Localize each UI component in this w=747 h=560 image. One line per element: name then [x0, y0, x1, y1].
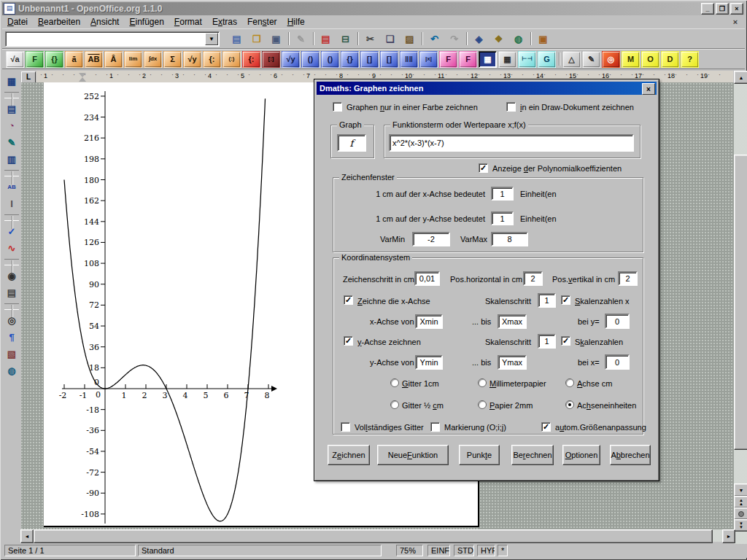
checkbox-autosize[interactable]: ✓	[541, 422, 551, 432]
menu-item-bearbeiten[interactable]: Bearbeiten	[33, 16, 85, 28]
close-button[interactable]: ×	[730, 3, 743, 15]
sqrt-a-icon[interactable]: √a	[6, 51, 24, 68]
x-from-field[interactable]: Xmin	[415, 314, 443, 329]
dialog-title-bar[interactable]: Dmaths: Graphen zeichnen ×	[317, 82, 657, 95]
scroll-left-icon[interactable]: ◄	[20, 529, 34, 543]
radio-gitter-1cm[interactable]	[390, 378, 399, 387]
radio-gitter-cm[interactable]	[390, 400, 399, 409]
insert-object-icon[interactable]: ◔	[3, 117, 21, 134]
online-layout-icon[interactable]: ◍	[3, 362, 21, 379]
nth-root-blue-icon[interactable]: √y	[282, 51, 300, 68]
system-brace-red-icon[interactable]: {:	[242, 51, 260, 68]
print-icon[interactable]: ⊟	[336, 31, 355, 47]
nth-root-icon[interactable]: √y	[183, 51, 201, 68]
radio-papier-2mm[interactable]	[478, 400, 487, 409]
menu-item-fenster[interactable]: Fenster	[242, 16, 282, 28]
checkbox-y-axis[interactable]: ✓	[344, 336, 353, 346]
status-pagestyle[interactable]: Standard	[138, 545, 382, 556]
skalenschritt-x-field[interactable]: 1	[538, 293, 556, 308]
radio-achseneinheiten[interactable]	[565, 400, 574, 409]
export-pdf-icon[interactable]: ▤	[317, 31, 335, 47]
zoom-icon[interactable]: ◎	[3, 312, 21, 329]
menu-item-datei[interactable]: Datei	[2, 16, 33, 28]
nonprinting-chars-icon[interactable]: ¶	[3, 329, 21, 346]
status-modified[interactable]: *	[498, 545, 508, 556]
restore-button[interactable]: ❐	[716, 3, 729, 15]
data-sources-icon[interactable]: ▤	[3, 284, 21, 301]
braces-blue-icon[interactable]: {}	[341, 51, 359, 68]
navigator-icon[interactable]: ◈	[470, 31, 488, 47]
url-combobox[interactable]: ▼	[5, 31, 220, 47]
checkbox-polynomial[interactable]: ✓	[479, 163, 488, 173]
next-page-icon[interactable]: ▼▼	[734, 519, 747, 532]
form-controls-icon[interactable]: ▥	[3, 151, 21, 168]
m-icon[interactable]: M	[622, 51, 640, 68]
matrix-icon[interactable]: [:]	[262, 51, 280, 68]
braces-green-icon[interactable]: {}	[45, 51, 63, 68]
menu-item-format[interactable]: Format	[169, 16, 207, 28]
open-folder-icon[interactable]: ❒	[247, 31, 266, 47]
bei-x-field[interactable]: 0	[605, 354, 630, 370]
integral-icon[interactable]: ∫dx	[144, 51, 162, 68]
graph-window-icon[interactable]: ▦	[479, 51, 497, 68]
spellcheck-icon[interactable]: ✓	[3, 223, 21, 240]
new-document-icon[interactable]: ▤	[228, 31, 246, 47]
gallery-icon[interactable]: ▣	[534, 31, 552, 47]
navigation-dot-icon[interactable]	[734, 508, 747, 520]
graph-g-icon[interactable]: G	[538, 51, 556, 68]
function-pink-icon[interactable]: F	[439, 51, 457, 68]
menu-item-hilfe[interactable]: Hilfe	[282, 16, 310, 28]
brackets-icon[interactable]: []	[360, 51, 379, 68]
undo-icon[interactable]: ↶	[425, 31, 444, 47]
menu-item-extras[interactable]: Extras	[207, 16, 242, 28]
paste-icon[interactable]: ▨	[400, 31, 419, 47]
status-insertmode[interactable]: EINFG	[427, 545, 450, 556]
insert-table-icon[interactable]: ▦	[3, 73, 21, 90]
save-icon[interactable]: ▣	[267, 31, 285, 47]
autopilot-icon[interactable]: ❖	[489, 31, 508, 47]
graph-name-field[interactable]: f	[337, 134, 366, 152]
pos-horizontal-field[interactable]: 2	[523, 271, 543, 286]
status-hyperlinkmode[interactable]: HYP	[477, 545, 495, 556]
formula-f-icon[interactable]: F	[26, 51, 44, 68]
previous-page-icon[interactable]: ▲▲	[734, 496, 747, 508]
skalenschritt-y-field[interactable]: 1	[538, 334, 556, 349]
checkbox-skalenzahlen-y[interactable]: ✓	[561, 336, 570, 346]
abs-icon[interactable]: |x|	[419, 51, 438, 68]
vertical-scroll-thumb[interactable]	[734, 155, 747, 450]
parens-bold-icon[interactable]: ()	[321, 51, 339, 68]
neue-funktion-button[interactable]: Neue Funktion	[377, 445, 449, 465]
draw-functions-icon[interactable]: ✎	[3, 134, 21, 151]
checkbox-skalenzahlen-x[interactable]: ✓	[561, 295, 570, 305]
autospellcheck-icon[interactable]: ∿	[3, 240, 21, 257]
vertical-scrollbar[interactable]: ▲ ▼ ▲▲ ▼▼	[734, 71, 747, 544]
hyperlink-icon[interactable]: ◍	[509, 31, 527, 47]
abbrechen-button[interactable]: Abbrechen	[610, 445, 651, 465]
checkbox-x-axis[interactable]: ✓	[344, 295, 353, 305]
sum-icon[interactable]: Σ	[163, 51, 182, 68]
punkte-button[interactable]: Punkte	[459, 445, 500, 465]
menu-item-einfügen[interactable]: Einfügen	[124, 16, 169, 28]
d-icon[interactable]: D	[661, 51, 679, 68]
combobox-dropdown-icon[interactable]: ▼	[205, 33, 218, 45]
status-page[interactable]: Seite 1 / 1	[4, 545, 136, 556]
redo-icon[interactable]: ↷	[445, 31, 463, 47]
radio-millimeterpapier[interactable]	[478, 378, 487, 387]
vector-a-icon[interactable]: ā	[65, 51, 83, 68]
copy-icon[interactable]: ❏	[381, 31, 399, 47]
bei-y-field[interactable]: 0	[605, 314, 630, 329]
geometry-icon[interactable]: △	[562, 51, 581, 68]
y-from-field[interactable]: Ymin	[415, 355, 443, 370]
horizontal-scroll-thumb[interactable]	[34, 529, 713, 543]
norm-icon[interactable]: ‖‖	[400, 51, 418, 68]
o-icon[interactable]: O	[641, 51, 659, 68]
pos-vertikal-field[interactable]: 2	[618, 271, 638, 286]
binom-icon[interactable]: (:)	[222, 51, 241, 68]
berechnen-button[interactable]: Berechnen	[511, 445, 554, 465]
function-edit-icon[interactable]: F	[459, 51, 477, 68]
function-term-input[interactable]: x^2*(x-3)*(x-7)	[389, 134, 634, 152]
grid-icon[interactable]: ▦	[498, 51, 516, 68]
axis-units-icon[interactable]: ⊢⊣	[518, 51, 536, 68]
zeichenschritt-field[interactable]: 0,01	[414, 271, 440, 286]
horizontal-scrollbar[interactable]: ◄ ►	[20, 529, 734, 542]
